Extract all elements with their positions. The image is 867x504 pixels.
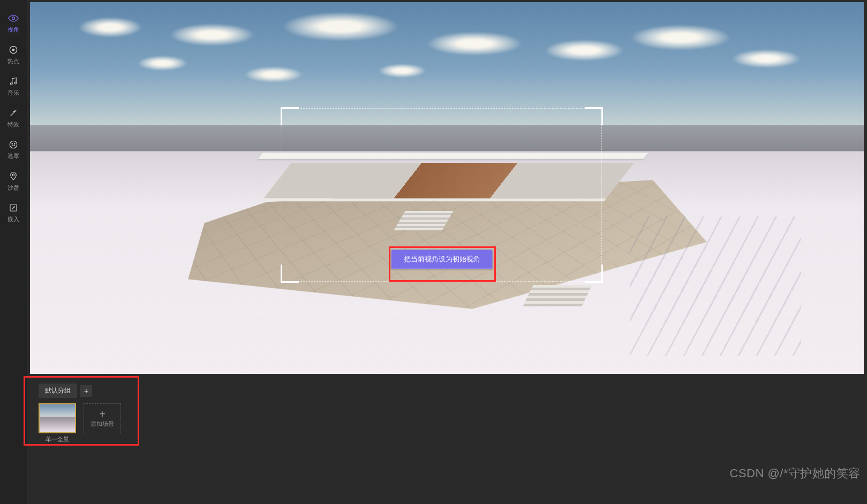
- sidebar-item-sandtable[interactable]: 沙盘: [0, 168, 27, 195]
- sidebar-item-embed[interactable]: 嵌入: [0, 199, 27, 227]
- sidebar-label: 沙盘: [7, 184, 19, 192]
- sidebar-item-mask[interactable]: 遮罩: [0, 136, 27, 163]
- sidebar-label: 遮罩: [7, 152, 19, 160]
- scene-thumb-label: 单一全景: [46, 435, 69, 443]
- group-tab-default[interactable]: 默认分组: [39, 383, 77, 398]
- add-group-button[interactable]: +: [80, 385, 92, 397]
- embed-icon: [8, 202, 19, 213]
- plus-icon: +: [99, 409, 105, 419]
- add-scene-button[interactable]: + 添加场景: [84, 403, 121, 433]
- svg-point-0: [12, 17, 15, 20]
- sidebar-item-effects[interactable]: 特效: [0, 104, 27, 132]
- sidebar-label: 视角: [7, 26, 19, 34]
- svg-point-5: [10, 141, 17, 148]
- sidebar-label: 特效: [7, 121, 19, 129]
- mask-icon: [8, 139, 19, 150]
- bottom-panel: 默认分组 + 单一全景 + 添加场景: [27, 374, 867, 504]
- viewport-3d[interactable]: 把当前视角设为初始视角: [30, 2, 864, 374]
- music-icon: [8, 76, 19, 87]
- sidebar-item-view[interactable]: 视角: [0, 10, 27, 37]
- sidebar-item-hotspot[interactable]: 热点: [0, 41, 27, 69]
- svg-point-8: [12, 174, 14, 176]
- eye-icon: [8, 13, 19, 24]
- svg-point-3: [10, 83, 12, 85]
- scene-thumb-image: [39, 403, 76, 433]
- pin-icon: [8, 171, 19, 182]
- group-tabs: 默认分组 +: [39, 383, 858, 398]
- target-icon: [8, 44, 19, 55]
- svg-point-7: [14, 144, 16, 145]
- sidebar-item-music[interactable]: 音乐: [0, 73, 27, 100]
- svg-point-4: [14, 82, 17, 84]
- left-sidebar: 视角 热点 音乐 特效 遮罩 沙盘 嵌入: [0, 0, 27, 504]
- main-area: 把当前视角设为初始视角 默认分组 + 单一全景 + 添加场景: [27, 0, 867, 504]
- watermark-text: CSDN @/*守护她的笑容: [730, 465, 861, 482]
- sidebar-label: 热点: [7, 57, 19, 65]
- svg-point-6: [12, 144, 13, 145]
- scene-thumbnails: 单一全景 + 添加场景: [39, 403, 858, 443]
- sidebar-label: 音乐: [7, 89, 19, 97]
- add-scene-label: 添加场景: [91, 420, 114, 428]
- render-background: [30, 2, 864, 374]
- wand-icon: [8, 108, 19, 118]
- sidebar-label: 嵌入: [7, 215, 19, 223]
- scene-thumb[interactable]: 单一全景: [39, 403, 76, 443]
- svg-point-2: [12, 49, 14, 50]
